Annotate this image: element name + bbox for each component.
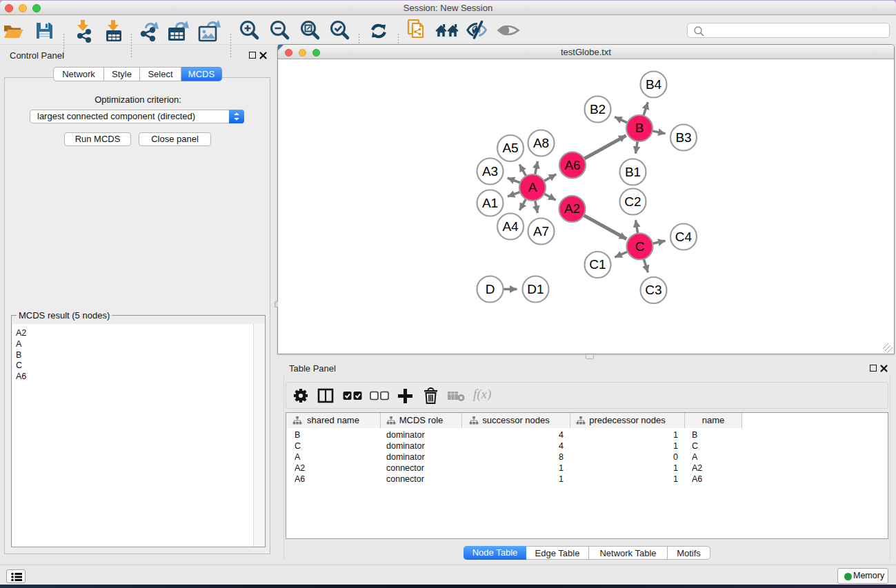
svg-text:D: D (486, 282, 495, 296)
svg-text:A2: A2 (564, 201, 580, 216)
svg-text:C2: C2 (624, 194, 641, 209)
svg-text:C3: C3 (645, 283, 661, 297)
svg-text:A6: A6 (564, 158, 580, 172)
svg-text:A: A (528, 180, 537, 194)
svg-text:A3: A3 (482, 164, 498, 179)
svg-text:B: B (635, 121, 644, 135)
svg-text:A4: A4 (502, 219, 519, 234)
svg-text:C1: C1 (589, 257, 606, 272)
svg-text:B3: B3 (675, 130, 691, 145)
svg-text:B4: B4 (646, 77, 662, 92)
svg-text:B2: B2 (590, 102, 606, 116)
svg-text:A1: A1 (482, 196, 498, 210)
svg-text:C4: C4 (675, 230, 693, 244)
svg-text:A5: A5 (502, 141, 518, 155)
svg-text:A8: A8 (533, 136, 549, 150)
svg-text:A7: A7 (533, 224, 549, 239)
svg-text:D1: D1 (527, 282, 544, 296)
svg-text:C: C (635, 239, 645, 254)
svg-text:B1: B1 (625, 165, 641, 179)
